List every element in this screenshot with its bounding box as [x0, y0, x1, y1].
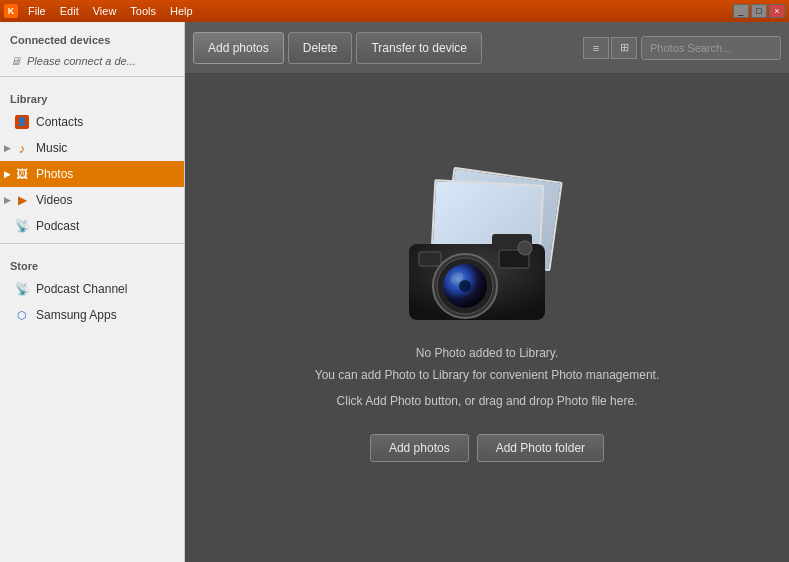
add-photos-content-button[interactable]: Add photos	[370, 434, 469, 462]
music-icon: ♪	[14, 140, 30, 156]
add-photos-button[interactable]: Add photos	[193, 32, 284, 64]
window-controls: _ □ ×	[733, 4, 785, 18]
toolbar: Add photos Delete Transfer to device ≡ ⊞	[185, 22, 789, 74]
podcast-icon: 📡	[14, 218, 30, 234]
app-icon: K	[4, 4, 18, 18]
svg-point-8	[459, 280, 471, 292]
sidebar-item-contacts[interactable]: 👤 Contacts	[0, 109, 184, 135]
transfer-button[interactable]: Transfer to device	[356, 32, 482, 64]
sidebar-item-podcast-channel[interactable]: 📡 Podcast Channel	[0, 276, 184, 302]
music-label: Music	[36, 141, 67, 155]
list-view-button[interactable]: ≡	[583, 37, 609, 59]
search-input[interactable]	[641, 36, 781, 60]
device-placeholder-item: 🖥 Please connect a de...	[0, 50, 184, 72]
videos-expand-arrow: ▶	[4, 195, 11, 205]
menu-bar: File Edit View Tools Help	[22, 3, 199, 19]
empty-line2: You can add Photo to Library for conveni…	[315, 366, 659, 384]
menu-file[interactable]: File	[22, 3, 52, 19]
action-buttons: Add photos Add Photo folder	[370, 434, 604, 462]
music-expand-arrow: ▶	[4, 143, 11, 153]
sidebar-item-music[interactable]: ▶ ♪ Music	[0, 135, 184, 161]
podcast-channel-label: Podcast Channel	[36, 282, 127, 296]
app-body: Connected devices 🖥 Please connect a de.…	[0, 22, 789, 562]
store-header: Store	[0, 252, 184, 276]
title-bar: K File Edit View Tools Help _ □ ×	[0, 0, 789, 22]
grid-view-button[interactable]: ⊞	[611, 37, 637, 59]
main-content: Add photos Delete Transfer to device ≡ ⊞	[185, 22, 789, 562]
view-toggle: ≡ ⊞	[583, 37, 637, 59]
menu-help[interactable]: Help	[164, 3, 199, 19]
photos-icon: 🖼	[14, 166, 30, 182]
videos-label: Videos	[36, 193, 72, 207]
menu-edit[interactable]: Edit	[54, 3, 85, 19]
podcast-label: Podcast	[36, 219, 79, 233]
device-icon: 🖥	[10, 55, 21, 67]
sidebar: Connected devices 🖥 Please connect a de.…	[0, 22, 185, 562]
sidebar-item-podcast[interactable]: 📡 Podcast	[0, 213, 184, 239]
contacts-label: Contacts	[36, 115, 83, 129]
maximize-button[interactable]: □	[751, 4, 767, 18]
empty-state-message: No Photo added to Library. You can add P…	[315, 344, 659, 414]
svg-rect-2	[419, 252, 441, 266]
delete-button[interactable]: Delete	[288, 32, 353, 64]
divider-1	[0, 76, 184, 77]
photo-illustration	[407, 174, 567, 324]
menu-tools[interactable]: Tools	[124, 3, 162, 19]
samsung-apps-label: Samsung Apps	[36, 308, 117, 322]
sidebar-item-photos[interactable]: ▶ 🖼 Photos	[0, 161, 184, 187]
library-header: Library	[0, 85, 184, 109]
contact-icon: 👤	[14, 114, 30, 130]
minimize-button[interactable]: _	[733, 4, 749, 18]
menu-view[interactable]: View	[87, 3, 123, 19]
camera-illustration	[407, 224, 547, 324]
samsung-apps-icon: ⬡	[14, 307, 30, 323]
connected-devices-header: Connected devices	[0, 26, 184, 50]
empty-hint: Click Add Photo button, or drag and drop…	[315, 392, 659, 410]
photos-expand-arrow: ▶	[4, 169, 11, 179]
divider-2	[0, 243, 184, 244]
close-button[interactable]: ×	[769, 4, 785, 18]
sidebar-item-videos[interactable]: ▶ ▶ Videos	[0, 187, 184, 213]
content-area: No Photo added to Library. You can add P…	[185, 74, 789, 562]
device-placeholder-text: Please connect a de...	[27, 55, 136, 67]
photos-label: Photos	[36, 167, 73, 181]
title-bar-left: K File Edit View Tools Help	[4, 3, 199, 19]
empty-line1: No Photo added to Library.	[315, 344, 659, 362]
svg-point-9	[518, 241, 532, 255]
add-photo-folder-button[interactable]: Add Photo folder	[477, 434, 604, 462]
podcast-channel-icon: 📡	[14, 281, 30, 297]
sidebar-item-samsung-apps[interactable]: ⬡ Samsung Apps	[0, 302, 184, 328]
videos-icon: ▶	[14, 192, 30, 208]
